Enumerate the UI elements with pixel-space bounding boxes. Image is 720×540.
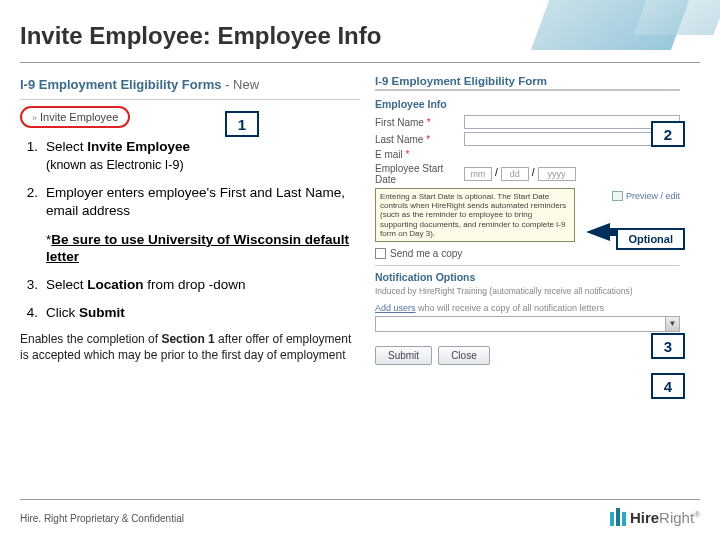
required-icon: * <box>427 117 431 128</box>
required-icon: * <box>426 134 430 145</box>
chevron-down-icon: ▼ <box>665 317 679 331</box>
step-text: Click <box>46 305 79 320</box>
step-text-post: from drop -down <box>144 277 246 292</box>
required-icon: * <box>406 149 410 160</box>
start-date-tooltip: Entering a Start Date is optional. The S… <box>375 188 575 242</box>
location-select[interactable]: ▼ <box>375 316 680 332</box>
enable-bold: Section 1 <box>161 332 214 346</box>
note-underlined: Be sure to use University of Wisconsin d… <box>46 232 349 265</box>
nav-snippet: I-9 Employment Eligibility Forms - New »… <box>20 73 360 128</box>
first-name-input[interactable] <box>464 115 680 129</box>
preview-label: Preview / edit <box>626 191 680 201</box>
start-date-row: Employee Start Date mm/ dd/ yyyy <box>375 163 680 185</box>
form-section-employee: Employee Info <box>375 95 680 112</box>
notification-text: Induced by HireRight Training (automatic… <box>375 287 680 297</box>
callout-4: 4 <box>651 373 685 399</box>
preview-edit-link[interactable]: Preview / edit <box>612 191 680 201</box>
nav-header-text: I-9 Employment Eligibility Forms <box>20 77 222 92</box>
start-date-label: Employee Start Date <box>375 163 460 185</box>
send-copy-label: Send me a copy <box>390 248 462 259</box>
step-number: 2. <box>20 184 46 220</box>
note-text: *Be sure to use University of Wisconsin … <box>46 231 360 266</box>
date-sep: / <box>495 167 498 181</box>
invite-arrow-icon: » <box>32 113 37 123</box>
submit-button[interactable]: Submit <box>375 346 432 365</box>
step-text: Select <box>46 139 87 154</box>
callout-1: 1 <box>225 111 259 137</box>
addusers-link[interactable]: Add users <box>375 303 416 313</box>
step-4: 4. Click Submit <box>20 304 360 322</box>
step-text: Employer enters employee's First and Las… <box>46 184 360 220</box>
footer: Hire. Right Proprietary & Confidential H… <box>20 499 700 526</box>
footer-divider <box>20 499 700 500</box>
step-bold: Submit <box>79 305 125 320</box>
date-dd-input[interactable]: dd <box>501 167 529 181</box>
last-name-row: Last Name * <box>375 132 680 146</box>
step-bold: Location <box>87 277 143 292</box>
form-mockup: I-9 Employment Eligibility Form Employee… <box>375 73 680 365</box>
optional-label: Optional <box>616 228 685 250</box>
first-name-label: First Name * <box>375 117 460 128</box>
email-label: E mail * <box>375 149 460 160</box>
step-text: Select <box>46 277 87 292</box>
date-yyyy-input[interactable]: yyyy <box>538 167 576 181</box>
last-name-input[interactable] <box>464 132 680 146</box>
close-button[interactable]: Close <box>438 346 490 365</box>
invite-item-label: Invite Employee <box>40 111 118 123</box>
callout-2: 2 <box>651 121 685 147</box>
enable-pre: Enables the completion of <box>20 332 161 346</box>
step-number: 4. <box>20 304 46 322</box>
nav-header: I-9 Employment Eligibility Forms - New <box>20 73 360 96</box>
send-copy-checkbox[interactable] <box>375 248 386 259</box>
step-number: 1. <box>20 138 46 174</box>
form-header: I-9 Employment Eligibility Form <box>375 73 680 91</box>
step-subtext: (known as Electronic I-9) <box>46 157 360 174</box>
date-sep: / <box>532 167 535 181</box>
title-divider <box>20 62 700 63</box>
nav-divider <box>20 99 360 100</box>
date-mm-input[interactable]: mm <box>464 167 492 181</box>
step-3: 3. Select Location from drop -down <box>20 276 360 294</box>
step-2: 2. Employer enters employee's First and … <box>20 184 360 220</box>
optional-arrow-icon <box>586 223 610 241</box>
addusers-desc: who will receive a copy of all notificat… <box>416 303 605 313</box>
email-row: E mail * <box>375 149 680 160</box>
step-number: 3. <box>20 276 46 294</box>
callout-3: 3 <box>651 333 685 359</box>
last-name-label: Last Name * <box>375 134 460 145</box>
footer-confidential: Hire. Right Proprietary & Confidential <box>20 513 184 524</box>
logo-text: HireRight® <box>630 509 700 526</box>
form-section-notification: Notification Options <box>375 265 680 285</box>
addusers-row: Add users who will receive a copy of all… <box>375 299 680 313</box>
hireright-logo: HireRight® <box>610 508 700 526</box>
logo-bars-icon <box>610 508 626 526</box>
steps-list: 1. Select Invite Employee (known as Elec… <box>20 138 360 322</box>
decoration-shape-2 <box>634 0 720 35</box>
nav-new-label: - New <box>225 77 259 92</box>
step-1: 1. Select Invite Employee (known as Elec… <box>20 138 360 174</box>
first-name-row: First Name * <box>375 115 680 129</box>
preview-icon <box>612 191 623 201</box>
invite-employee-link[interactable]: »Invite Employee <box>20 106 130 128</box>
enable-text: Enables the completion of Section 1 afte… <box>20 332 360 363</box>
step-bold: Invite Employee <box>87 139 190 154</box>
